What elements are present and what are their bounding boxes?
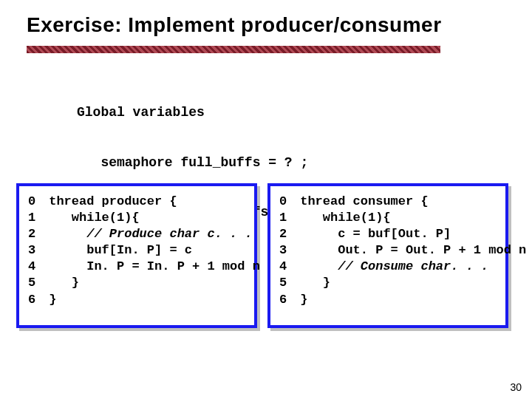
consumer-codebox: 0 thread consumer {1 while(1){2 c = buf[… xyxy=(267,183,508,328)
code-line: 0 thread consumer { xyxy=(279,194,497,210)
line-number: 4 xyxy=(279,259,293,275)
code-text: c = buf[Out. P] xyxy=(293,226,451,242)
code-text: while(1){ xyxy=(293,210,391,226)
code-line: 5 } xyxy=(279,275,497,291)
producer-codebox: 0 thread producer {1 while(1){2 // Produ… xyxy=(16,183,257,328)
code-text: } xyxy=(293,292,307,308)
line-number: 6 xyxy=(279,292,293,308)
line-number: 3 xyxy=(279,242,293,259)
globals-line: semaphore full_buffs = ? ; xyxy=(77,154,316,171)
slide-title: Exercise: Implement producer/consumer xyxy=(27,13,442,37)
line-number: 2 xyxy=(279,226,293,242)
code-text: thread consumer { xyxy=(293,194,429,210)
title-underline xyxy=(27,46,440,53)
line-number: 3 xyxy=(28,242,41,259)
code-comment: // Consume char. . . xyxy=(293,259,488,275)
line-number: 0 xyxy=(279,194,293,210)
page-number: 30 xyxy=(510,381,522,393)
code-line: 0 thread producer { xyxy=(28,194,245,210)
code-line: 1 while(1){ xyxy=(279,210,497,226)
line-number: 5 xyxy=(28,275,41,291)
code-line: 6 } xyxy=(279,292,497,308)
line-number: 5 xyxy=(279,275,293,291)
line-number: 1 xyxy=(279,210,293,226)
code-text: thread producer { xyxy=(41,194,177,210)
code-line: 4 In. P = In. P + 1 mod n xyxy=(28,259,245,275)
code-text: } xyxy=(293,275,330,291)
consumer-code: 0 thread consumer {1 while(1){2 c = buf[… xyxy=(279,194,497,308)
code-line: 5 } xyxy=(28,275,245,291)
code-line: 1 while(1){ xyxy=(28,210,245,226)
code-text: In. P = In. P + 1 mod n xyxy=(41,259,260,275)
code-text: buf[In. P] = c xyxy=(41,242,192,259)
code-comment: // Produce char c. . . xyxy=(41,226,253,242)
code-line: 6 } xyxy=(28,292,245,308)
line-number: 2 xyxy=(28,226,41,242)
code-line: 2 c = buf[Out. P] xyxy=(279,226,497,242)
code-text: Out. P = Out. P + 1 mod n xyxy=(293,242,526,259)
globals-header: Global variables xyxy=(77,104,316,121)
code-line: 3 Out. P = Out. P + 1 mod n xyxy=(279,242,497,259)
line-number: 6 xyxy=(28,292,41,308)
line-number: 0 xyxy=(28,194,41,210)
line-number: 1 xyxy=(28,210,41,226)
code-line: 4 // Consume char. . . xyxy=(279,259,497,275)
line-number: 4 xyxy=(28,259,41,275)
code-text: while(1){ xyxy=(41,210,140,226)
code-line: 3 buf[In. P] = c xyxy=(28,242,245,259)
producer-code: 0 thread producer {1 while(1){2 // Produ… xyxy=(28,194,245,308)
code-line: 2 // Produce char c. . . xyxy=(28,226,245,242)
code-text: } xyxy=(41,292,56,308)
code-text: } xyxy=(41,275,79,291)
